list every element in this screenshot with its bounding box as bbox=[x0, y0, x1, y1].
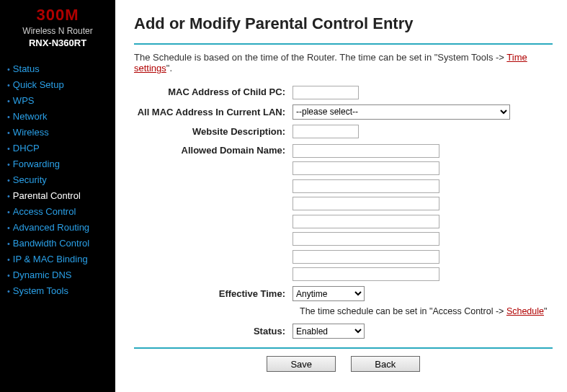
bullet-icon: • bbox=[7, 112, 10, 121]
label-mac: MAC Address of Child PC: bbox=[134, 86, 293, 97]
bullet-icon: • bbox=[7, 144, 10, 153]
content: Add or Modify Parental Control Entry The… bbox=[115, 0, 567, 392]
sidebar-item-label: Bandwidth Control bbox=[13, 238, 89, 249]
bullet-icon: • bbox=[7, 255, 10, 264]
label-allmac: All MAC Address In Current LAN: bbox=[134, 107, 293, 117]
logo-product: RNX-N360RT bbox=[4, 37, 111, 48]
bullet-icon: • bbox=[7, 271, 10, 280]
sidebar: 300M Wireless N Router RNX-N360RT •Statu… bbox=[0, 0, 115, 392]
bullet-icon: • bbox=[7, 287, 10, 295]
effective-time-select[interactable]: Anytime bbox=[293, 286, 365, 301]
sidebar-item-label: Wireless bbox=[13, 127, 49, 138]
bullet-icon: • bbox=[7, 65, 10, 74]
sidebar-item-label: Status bbox=[13, 63, 40, 74]
sidebar-item-label: Network bbox=[13, 111, 48, 122]
page-title: Add or Modify Parental Control Entry bbox=[134, 14, 553, 33]
allowed-domain-input-6[interactable] bbox=[293, 250, 439, 264]
bullet-icon: • bbox=[7, 160, 10, 169]
allowed-domain-input-5[interactable] bbox=[293, 232, 439, 246]
website-description-input[interactable] bbox=[293, 125, 359, 138]
allowed-domain-input-1[interactable] bbox=[293, 161, 439, 175]
label-status: Status: bbox=[134, 326, 293, 337]
sidebar-item-ip-mac-binding[interactable]: •IP & MAC Binding bbox=[0, 251, 115, 267]
sidebar-item-security[interactable]: •Security bbox=[0, 172, 115, 188]
sidebar-item-label: WPS bbox=[13, 95, 35, 106]
status-select[interactable]: Enabled bbox=[293, 324, 365, 339]
schedule-link[interactable]: Schedule bbox=[506, 306, 544, 316]
sidebar-item-label: Security bbox=[13, 174, 47, 185]
label-efftime: Effective Time: bbox=[134, 288, 293, 299]
sidebar-item-label: IP & MAC Binding bbox=[13, 254, 88, 264]
sidebar-item-label: Advanced Routing bbox=[13, 222, 89, 233]
sidebar-item-bandwidth-control[interactable]: •Bandwidth Control bbox=[0, 236, 115, 251]
logo: 300M Wireless N Router RNX-N360RT bbox=[0, 6, 115, 54]
sidebar-item-parental-control[interactable]: •Parental Control bbox=[0, 188, 115, 204]
sidebar-item-label: Forwarding bbox=[13, 159, 60, 169]
allowed-domain-input-7[interactable] bbox=[293, 267, 439, 281]
label-webdesc: Website Description: bbox=[134, 126, 293, 137]
allowed-domain-input-2[interactable] bbox=[293, 179, 439, 193]
bullet-icon: • bbox=[7, 81, 10, 89]
bullet-icon: • bbox=[7, 208, 10, 216]
info-text: The Schedule is based on the time of the… bbox=[134, 52, 553, 74]
sidebar-item-label: Access Control bbox=[13, 206, 76, 217]
all-mac-select[interactable]: --please select-- bbox=[293, 104, 510, 120]
allowed-domain-input-3[interactable] bbox=[293, 197, 439, 210]
button-row: Save Back bbox=[134, 356, 553, 372]
divider-top bbox=[134, 43, 553, 45]
sidebar-item-label: Quick Setup bbox=[13, 79, 64, 90]
sidebar-item-wireless[interactable]: •Wireless bbox=[0, 125, 115, 141]
nav-list: •Status•Quick Setup•WPS•Network•Wireless… bbox=[0, 61, 115, 299]
sidebar-item-label: Parental Control bbox=[13, 190, 81, 201]
bullet-icon: • bbox=[7, 176, 10, 184]
save-button[interactable]: Save bbox=[267, 356, 336, 372]
back-button[interactable]: Back bbox=[351, 356, 420, 372]
logo-subtitle: Wireless N Router bbox=[4, 26, 111, 36]
mac-address-input[interactable] bbox=[293, 86, 359, 99]
sidebar-item-network[interactable]: •Network bbox=[0, 109, 115, 125]
bullet-icon: • bbox=[7, 97, 10, 105]
sidebar-item-wps[interactable]: •WPS bbox=[0, 93, 115, 109]
bullet-icon: • bbox=[7, 128, 10, 137]
sidebar-item-quick-setup[interactable]: •Quick Setup bbox=[0, 77, 115, 93]
bullet-icon: • bbox=[7, 239, 10, 248]
sidebar-item-forwarding[interactable]: •Forwarding bbox=[0, 156, 115, 172]
schedule-note: The time schedule can be set in "Access … bbox=[300, 306, 553, 316]
sidebar-item-status[interactable]: •Status bbox=[0, 61, 115, 77]
sidebar-item-advanced-routing[interactable]: •Advanced Routing bbox=[0, 220, 115, 236]
sidebar-item-label: Dynamic DNS bbox=[13, 270, 72, 280]
allowed-domain-input-0[interactable] bbox=[293, 144, 439, 158]
bullet-icon: • bbox=[7, 223, 10, 232]
label-allowed: Allowed Domain Name: bbox=[134, 145, 293, 156]
bullet-icon: • bbox=[7, 192, 10, 200]
sidebar-item-dynamic-dns[interactable]: •Dynamic DNS bbox=[0, 267, 115, 283]
sidebar-item-dhcp[interactable]: •DHCP bbox=[0, 141, 115, 156]
sidebar-item-label: System Tools bbox=[13, 285, 68, 296]
divider-bottom bbox=[134, 347, 553, 349]
logo-model: 300M bbox=[4, 6, 111, 24]
sidebar-item-access-control[interactable]: •Access Control bbox=[0, 204, 115, 220]
sidebar-item-label: DHCP bbox=[13, 143, 40, 153]
allowed-domain-input-4[interactable] bbox=[293, 215, 439, 228]
sidebar-item-system-tools[interactable]: •System Tools bbox=[0, 283, 115, 299]
